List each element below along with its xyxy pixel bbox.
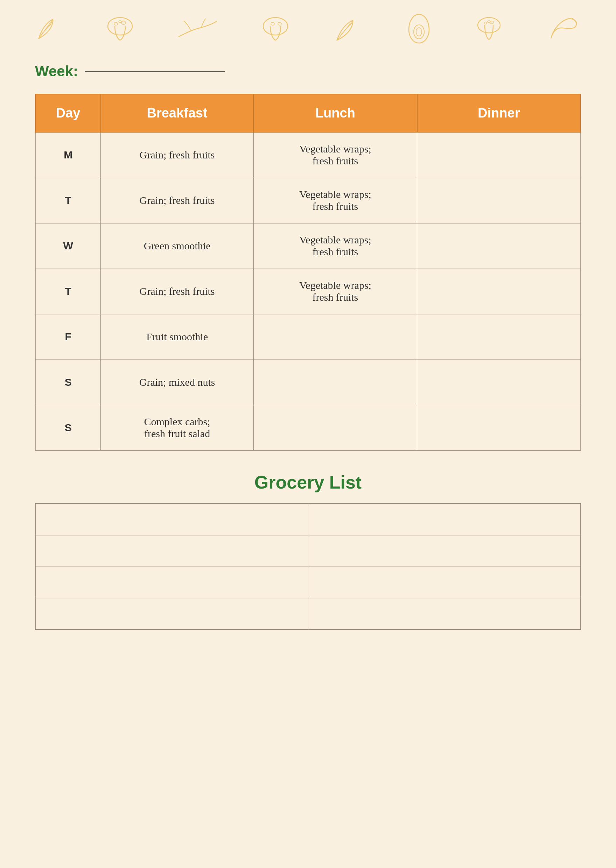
grocery-cell (308, 598, 581, 630)
svg-point-5 (271, 22, 274, 25)
day-cell: W (35, 223, 101, 269)
lunch-cell: Vegetable wraps; fresh fruits (253, 178, 417, 223)
grocery-row (35, 567, 581, 598)
table-row: MGrain; fresh fruitsVegetable wraps; fre… (35, 132, 581, 178)
deco-mushroom-3 (475, 11, 503, 45)
deco-avocado (406, 11, 432, 45)
grocery-table (35, 503, 581, 630)
table-row: WGreen smoothieVegetable wraps; fresh fr… (35, 223, 581, 269)
breakfast-cell: Green smoothie (101, 223, 253, 269)
lunch-cell (253, 314, 417, 359)
breakfast-cell: Grain; fresh fruits (101, 178, 253, 223)
lunch-cell (253, 405, 417, 450)
grocery-cell (308, 504, 581, 535)
breakfast-cell: Fruit smoothie (101, 314, 253, 359)
breakfast-cell: Grain; fresh fruits (101, 269, 253, 314)
lunch-cell: Vegetable wraps; fresh fruits (253, 269, 417, 314)
grocery-cell (308, 535, 581, 567)
header-dinner: Dinner (417, 94, 581, 132)
table-row: TGrain; fresh fruitsVegetable wraps; fre… (35, 269, 581, 314)
lunch-cell (253, 359, 417, 405)
grocery-cell (35, 567, 308, 598)
grocery-row (35, 598, 581, 630)
table-row: FFruit smoothie (35, 314, 581, 359)
table-row: SComplex carbs; fresh fruit salad (35, 405, 581, 450)
grocery-section-title: Grocery List (35, 472, 581, 493)
dinner-cell (417, 359, 581, 405)
table-header-row: Day Breakfast Lunch Dinner (35, 94, 581, 132)
deco-mushroom-1 (106, 11, 134, 45)
grocery-cell (35, 504, 308, 535)
svg-point-1 (114, 22, 118, 25)
deco-leaf-1 (35, 14, 63, 42)
dinner-cell (417, 314, 581, 359)
day-cell: S (35, 359, 101, 405)
day-cell: T (35, 178, 101, 223)
grocery-cell (308, 567, 581, 598)
main-content: Week: Day Breakfast Lunch Dinner MGrain;… (0, 56, 616, 651)
week-input-line (85, 71, 225, 72)
lunch-cell: Vegetable wraps; fresh fruits (253, 132, 417, 178)
grocery-row (35, 504, 581, 535)
svg-point-7 (414, 25, 424, 39)
svg-point-9 (478, 17, 500, 33)
breakfast-cell: Grain; fresh fruits (101, 132, 253, 178)
header-day: Day (35, 94, 101, 132)
dinner-cell (417, 269, 581, 314)
grocery-cell (35, 535, 308, 567)
dinner-cell (417, 178, 581, 223)
svg-point-2 (121, 21, 126, 25)
breakfast-cell: Grain; mixed nuts (101, 359, 253, 405)
svg-point-0 (108, 17, 132, 35)
week-row: Week: (35, 63, 581, 80)
deco-banana (546, 14, 581, 42)
day-cell: S (35, 405, 101, 450)
dinner-cell (417, 223, 581, 269)
breakfast-cell: Complex carbs; fresh fruit salad (101, 405, 253, 450)
week-label: Week: (35, 63, 78, 80)
svg-point-4 (263, 17, 288, 35)
grocery-row (35, 535, 581, 567)
table-row: SGrain; mixed nuts (35, 359, 581, 405)
day-cell: T (35, 269, 101, 314)
day-cell: M (35, 132, 101, 178)
dinner-cell (417, 405, 581, 450)
deco-branch-1 (177, 16, 219, 40)
dinner-cell (417, 132, 581, 178)
svg-point-3 (119, 20, 121, 23)
deco-mushroom-2 (261, 11, 289, 45)
grocery-cell (35, 598, 308, 630)
meal-plan-table: Day Breakfast Lunch Dinner MGrain; fresh… (35, 94, 581, 451)
top-decoration (0, 0, 616, 56)
deco-leaf-2 (332, 14, 363, 42)
day-cell: F (35, 314, 101, 359)
header-lunch: Lunch (253, 94, 417, 132)
lunch-cell: Vegetable wraps; fresh fruits (253, 223, 417, 269)
table-row: TGrain; fresh fruitsVegetable wraps; fre… (35, 178, 581, 223)
header-breakfast: Breakfast (101, 94, 253, 132)
svg-point-6 (278, 22, 281, 25)
svg-point-10 (484, 22, 487, 24)
svg-point-8 (416, 28, 422, 36)
